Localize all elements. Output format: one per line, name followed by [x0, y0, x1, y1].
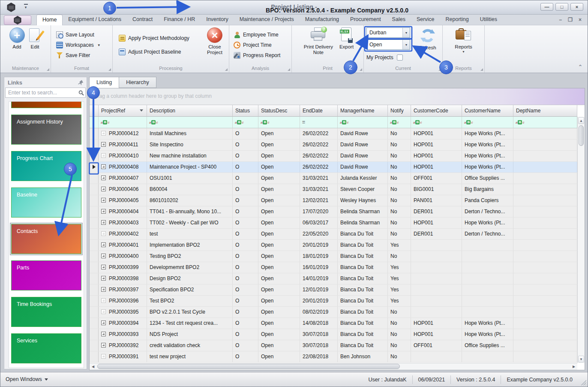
expand-row-icon[interactable]	[101, 242, 106, 247]
cell-ccode[interactable]: OFF001	[411, 340, 462, 351]
cell-dept[interactable]	[513, 195, 577, 206]
cell-projectref[interactable]: PRJ0000400	[99, 251, 147, 262]
cell-notify[interactable]: No	[388, 128, 411, 139]
tab-listing[interactable]: Listing	[89, 77, 119, 88]
cell-notify[interactable]: No	[388, 318, 411, 329]
table-row[interactable]: PRJ0000399Developmemnt BPO2OOpen16/01/20…	[90, 262, 577, 273]
cell-cname[interactable]: Derton / Techno...	[462, 229, 513, 239]
cell-sdesc[interactable]: Open	[258, 251, 300, 262]
cell-projectref[interactable]: PRJ0000397	[99, 284, 147, 295]
cell-projectref[interactable]: PRJ0000402	[99, 229, 147, 239]
ribbon-tab-manufacturing[interactable]: Manufacturing	[300, 15, 345, 25]
cell-projectref[interactable]: PRJ0000407	[99, 173, 147, 184]
table-row[interactable]: PRJ0000395BPO v2.2.0.1 Test CycleOOpen08…	[90, 307, 577, 318]
links-tile-progress-chart[interactable]: Progress Chart	[11, 151, 81, 181]
print-delivery-note-button[interactable]: ? Print Delivery Note	[302, 25, 335, 65]
row-indicator-cell[interactable]	[90, 139, 99, 150]
cell-projectref[interactable]: PRJ0000406	[99, 184, 147, 195]
cell-cname[interactable]: Derton / Techno...	[462, 206, 513, 217]
cell-ccode[interactable]: PAN001	[411, 195, 462, 206]
expand-row-icon[interactable]	[101, 265, 106, 269]
cell-ccode[interactable]	[411, 240, 462, 251]
cell-desc[interactable]: TT041 - Bi-annually, Mono 10...	[147, 206, 233, 217]
cell-projectref[interactable]: PRJ0000412	[99, 128, 147, 139]
expand-row-icon[interactable]	[101, 254, 106, 258]
cell-notify[interactable]: No	[388, 206, 411, 217]
row-indicator-cell[interactable]	[90, 329, 99, 340]
application-menu-button[interactable]	[4, 15, 31, 25]
cell-status[interactable]: O	[233, 251, 258, 262]
filter-cell-edate[interactable]: =	[300, 117, 338, 128]
cell-edate[interactable]: 22/05/2020	[300, 229, 338, 239]
cell-notify[interactable]: No	[388, 251, 411, 262]
apply-project-methodology-button[interactable]: Apply Project Methodology	[119, 35, 201, 42]
cell-cname[interactable]: Office Supplies ...	[462, 173, 513, 184]
cell-desc[interactable]: Developmemnt BPO2	[147, 262, 233, 273]
reports-button[interactable]: Reports ▼	[455, 25, 472, 65]
export-button[interactable]: XLSX Export	[339, 25, 354, 65]
expand-row-icon[interactable]	[101, 209, 106, 214]
cell-status[interactable]: O	[233, 318, 258, 329]
cell-desc[interactable]: Design BPO2	[147, 273, 233, 284]
cell-dept[interactable]	[513, 296, 577, 306]
links-tile-baseline[interactable]: Baseline	[11, 187, 81, 218]
cell-dept[interactable]	[513, 173, 577, 184]
cell-notify[interactable]: No	[388, 229, 411, 239]
cell-cname[interactable]	[462, 262, 513, 273]
links-tile-partial[interactable]	[11, 102, 81, 108]
ribbon-tab-home[interactable]: Home	[36, 15, 63, 25]
cell-sdesc[interactable]: Open	[258, 195, 300, 206]
search-icon[interactable]	[77, 90, 85, 96]
table-row[interactable]: PRJ00004058601010202OOpen12/02/2021Wesle…	[90, 195, 577, 206]
cell-cname[interactable]	[462, 296, 513, 306]
cell-edate[interactable]: 26/02/2022	[300, 151, 338, 161]
open-windows-button[interactable]: Open Windows	[6, 376, 48, 382]
cell-mgr[interactable]: David Rowe	[338, 162, 388, 172]
cell-projectref[interactable]: PRJ0000399	[99, 262, 147, 273]
cell-sdesc[interactable]: Open	[258, 139, 300, 150]
expand-row-icon[interactable]	[101, 332, 106, 336]
cell-projectref[interactable]: PRJ0000396	[99, 296, 147, 306]
cell-edate[interactable]: 18/01/2019	[300, 251, 338, 262]
ribbon-tab-equipment-locations[interactable]: Equipment / Locations	[63, 15, 127, 25]
cell-edate[interactable]: 26/02/2022	[300, 139, 338, 150]
resize-grip[interactable]	[581, 380, 586, 385]
cell-dept[interactable]	[513, 351, 577, 362]
cell-ccode[interactable]: HOP001	[411, 151, 462, 161]
dialog-launcher-icon[interactable]	[225, 68, 228, 71]
column-header-mgr[interactable]: ManagerName	[338, 105, 388, 117]
filter-cell-notify[interactable]: aBc	[388, 117, 411, 128]
expand-row-icon[interactable]	[101, 142, 106, 147]
adjust-project-baseline-button[interactable]: Adjust Project Baseline	[119, 48, 201, 55]
cell-cname[interactable]: Panda Copiers	[462, 195, 513, 206]
cell-notify[interactable]: Yes	[388, 262, 411, 273]
cell-notify[interactable]: No	[388, 218, 411, 228]
cell-ccode[interactable]: OFF001	[411, 173, 462, 184]
cell-sdesc[interactable]: Open	[258, 351, 300, 362]
table-row[interactable]: PRJ0000396Test BPO2OOpen20/01/2019Bianca…	[90, 296, 577, 307]
filter-cell-ref[interactable]: aBc	[99, 117, 147, 128]
cell-status[interactable]: O	[233, 173, 258, 184]
row-indicator-cell[interactable]	[90, 162, 99, 172]
cell-ccode[interactable]: DER001	[411, 229, 462, 239]
expand-row-icon[interactable]	[101, 198, 106, 203]
row-indicator-cell[interactable]	[90, 218, 99, 228]
column-header-notify[interactable]: Notify	[388, 105, 411, 117]
cell-edate[interactable]: 12/01/2019	[300, 284, 338, 295]
cell-mgr[interactable]: Belinda Sharman	[338, 218, 388, 228]
cell-projectref[interactable]: PRJ0000391	[99, 351, 147, 362]
cell-mgr[interactable]: David Rowe	[338, 151, 388, 161]
table-row[interactable]: PRJ0000403TT002 - Weekly - Call per WOOO…	[90, 218, 577, 229]
row-indicator-cell[interactable]	[90, 318, 99, 329]
cell-projectref[interactable]: PRJ0000403	[99, 218, 147, 228]
cell-mgr[interactable]: Bianca Du Toit	[338, 273, 388, 284]
links-tile-time-bookings[interactable]: Time Bookings	[11, 297, 81, 327]
cell-edate[interactable]: 31/03/2021	[300, 173, 338, 184]
row-indicator-cell[interactable]	[90, 195, 99, 206]
cell-sdesc[interactable]: Open	[258, 184, 300, 195]
row-indicator-cell[interactable]	[90, 296, 99, 306]
column-header-edate[interactable]: EndDate	[300, 105, 338, 117]
chevron-down-icon[interactable]: ▼	[402, 28, 410, 37]
links-search-input[interactable]	[6, 90, 77, 96]
cell-desc[interactable]: OSU1001	[147, 173, 233, 184]
